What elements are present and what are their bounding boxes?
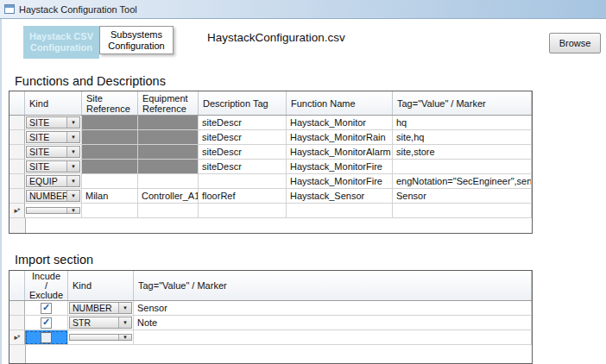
column-header-site-reference[interactable]: Site Reference	[82, 91, 138, 115]
tag-marker-cell[interactable]: Sensor	[134, 301, 532, 316]
kind-dropdown[interactable]: ▼	[69, 334, 132, 341]
functions-grid: Kind Site Reference Equipment Reference …	[9, 91, 533, 234]
tag-marker-cell[interactable]: engNotation="SecEngineer",sensor	[393, 174, 532, 189]
chevron-down-icon: ▼	[118, 317, 131, 328]
tag-marker-cell[interactable]	[134, 330, 532, 345]
row-header[interactable]: ▸*	[9, 330, 25, 345]
function-name-cell[interactable]: Haystack_Sensor	[287, 189, 393, 204]
row-header[interactable]	[9, 145, 25, 160]
column-header-tag-marker[interactable]: Tag="Value" / Marker	[134, 271, 532, 300]
description-tag-cell[interactable]: siteDescr	[199, 160, 287, 174]
site-reference-cell[interactable]: Milan	[82, 189, 138, 204]
app-icon-bar	[5, 5, 14, 8]
equipment-reference-cell[interactable]: Controller_A1	[138, 189, 199, 204]
tag-marker-cell[interactable]: site,store	[393, 145, 532, 160]
kind-dropdown[interactable]: SITE ▼	[26, 146, 80, 158]
include-exclude-cell-selected	[25, 330, 68, 345]
site-reference-cell	[82, 160, 138, 174]
description-tag-cell[interactable]	[199, 174, 287, 189]
column-header-include-exclude[interactable]: Incude / Exclude	[25, 271, 68, 300]
row-header[interactable]	[9, 316, 25, 330]
equipment-reference-cell	[138, 145, 199, 160]
kind-dropdown[interactable]: STR ▼	[69, 317, 132, 329]
table-row: SITE ▼ siteDescr Haystack_MonitorRain si…	[9, 130, 532, 145]
kind-cell: NUMBER ▼	[68, 301, 134, 316]
chevron-down-icon: ▼	[66, 161, 79, 172]
table-row: ✓ STR ▼ Note	[9, 316, 532, 330]
tag-marker-cell[interactable]: Note	[134, 316, 532, 330]
table-row: ✓ NUMBER ▼ Sensor	[9, 301, 532, 316]
equipment-reference-cell	[138, 130, 199, 145]
include-checkbox[interactable]: ✓	[41, 317, 52, 329]
kind-dropdown[interactable]: SITE ▼	[26, 160, 80, 173]
import-grid-header: Incude / Exclude Kind Tag="Value" / Mark…	[9, 271, 532, 301]
column-header-selector[interactable]	[9, 271, 25, 300]
column-header-selector[interactable]	[9, 91, 25, 115]
equipment-reference-cell[interactable]	[138, 204, 199, 218]
chevron-down-icon: ▼	[66, 132, 79, 142]
function-name-cell[interactable]: Haystack_MonitorFire	[287, 160, 393, 174]
kind-cell: EQUIP ▼	[25, 174, 82, 189]
row-header[interactable]	[9, 160, 25, 174]
tag-marker-cell[interactable]	[393, 204, 532, 218]
include-exclude-cell: ✓	[25, 301, 68, 316]
column-header-equipment-reference[interactable]: Equipment Reference	[138, 91, 199, 115]
function-name-cell[interactable]: Haystack_MonitorAlarm	[287, 145, 393, 160]
table-row: SITE ▼ siteDescr Haystack_Monitor hq	[9, 116, 532, 130]
window-left-border	[0, 19, 2, 364]
table-row-new: ▸* ▼	[9, 204, 532, 218]
kind-dropdown[interactable]: SITE ▼	[26, 116, 80, 129]
row-header[interactable]: ▸*	[9, 204, 25, 218]
csv-filename-label: HaystackConfiguration.csv	[207, 31, 345, 44]
description-tag-cell[interactable]	[199, 204, 287, 218]
table-row-new: ▸* ▼	[9, 330, 532, 345]
site-reference-cell	[82, 116, 138, 130]
kind-dropdown[interactable]: ▼	[26, 207, 80, 214]
row-header[interactable]	[9, 130, 25, 145]
kind-dropdown[interactable]: NUMBER ▼	[26, 190, 80, 202]
browse-button[interactable]: Browse	[549, 33, 601, 53]
site-reference-cell[interactable]	[82, 204, 138, 218]
row-header[interactable]	[9, 189, 25, 204]
row-header[interactable]	[9, 116, 25, 130]
row-header[interactable]	[9, 301, 25, 316]
description-tag-cell[interactable]: siteDescr	[199, 145, 287, 160]
description-tag-cell[interactable]: siteDescr	[199, 130, 287, 145]
function-name-cell[interactable]	[287, 204, 393, 218]
function-name-cell[interactable]: Haystack_MonitorFire	[287, 174, 393, 189]
tag-marker-cell[interactable]	[393, 160, 532, 174]
equipment-reference-cell[interactable]	[138, 174, 199, 189]
include-checkbox[interactable]	[41, 332, 52, 343]
tab-subsystems-configuration[interactable]: Subsystems Configuration	[99, 26, 174, 54]
import-section-title: Import section	[15, 253, 93, 267]
kind-dropdown[interactable]: EQUIP ▼	[26, 175, 80, 187]
new-row-indicator-icon: ▸*	[14, 206, 19, 215]
row-header[interactable]	[9, 174, 25, 189]
kind-cell: NUMBER ▼	[25, 189, 82, 204]
include-exclude-cell: ✓	[25, 316, 68, 330]
table-row: NUMBER ▼ Milan Controller_A1 floorRef Ha…	[9, 189, 532, 204]
column-header-kind[interactable]: Kind	[25, 91, 82, 115]
function-name-cell[interactable]: Haystack_Monitor	[287, 116, 393, 130]
tag-marker-cell[interactable]: hq	[393, 116, 532, 130]
column-header-function-name[interactable]: Function Name	[287, 91, 393, 115]
kind-dropdown[interactable]: SITE ▼	[26, 131, 80, 143]
description-tag-cell[interactable]: siteDescr	[199, 116, 287, 130]
titlebar[interactable]: Haystack Configuration Tool	[0, 0, 606, 19]
site-reference-cell[interactable]	[82, 174, 138, 189]
column-header-kind[interactable]: Kind	[68, 271, 134, 300]
kind-cell: SITE ▼	[25, 116, 82, 130]
chevron-down-icon: ▼	[66, 117, 79, 128]
include-checkbox[interactable]: ✓	[41, 303, 52, 314]
function-name-cell[interactable]: Haystack_MonitorRain	[287, 130, 393, 145]
column-header-description-tag[interactable]: Description Tag	[199, 91, 287, 115]
chevron-down-icon: ▼	[66, 191, 79, 201]
tag-marker-cell[interactable]: site,hq	[393, 130, 532, 145]
functions-section-title: Functions and Descriptions	[15, 74, 166, 88]
column-header-tag-marker[interactable]: Tag="Value" / Marker	[393, 91, 532, 115]
tab-haystack-csv-configuration[interactable]: Haystack CSV Configuration	[23, 26, 99, 59]
kind-cell: SITE ▼	[25, 145, 82, 160]
tag-marker-cell[interactable]: Sensor	[393, 189, 532, 204]
description-tag-cell[interactable]: floorRef	[199, 189, 287, 204]
kind-dropdown[interactable]: NUMBER ▼	[69, 302, 132, 314]
